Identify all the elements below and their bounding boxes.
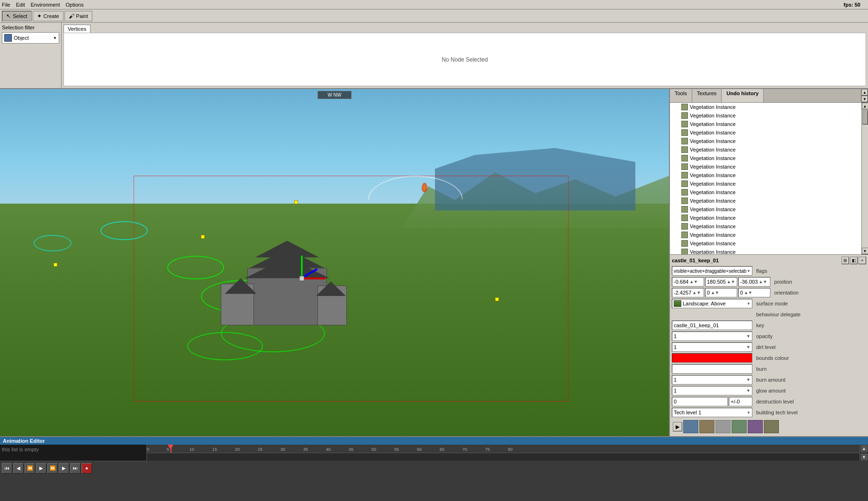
anim-editor-title: Animation Editor — [3, 438, 45, 444]
props-icon-1[interactable] — [683, 420, 698, 433]
glow-amount-input[interactable]: 1 ▼ — [672, 386, 752, 395]
props-icon-2[interactable] — [699, 420, 714, 433]
list-item[interactable]: Vegetation Instance — [670, 188, 861, 197]
vegetation-icon — [681, 172, 688, 179]
orient-x-input[interactable]: -2.4257 ▲▼ — [672, 288, 704, 297]
selection-filter-dropdown[interactable]: Object ▼ — [2, 32, 59, 44]
dirt-level-input[interactable]: 1 ▼ — [672, 342, 752, 352]
anim-record[interactable]: ● — [81, 463, 92, 474]
list-item[interactable]: Vegetation Instance — [670, 214, 861, 222]
anim-fast-forward[interactable]: ⏩ — [47, 463, 58, 474]
tree-scroll-down[interactable]: ▼ — [861, 96, 868, 102]
list-item[interactable]: Vegetation Instance — [670, 231, 861, 239]
tick-60: 60 — [417, 447, 422, 452]
destruction-level-input[interactable]: 0 — [672, 397, 728, 406]
tree-item-label: Vegetation Instance — [690, 113, 736, 118]
surface-mode-dropdown[interactable]: Landscape: Above ▼ — [672, 299, 752, 308]
tab-undo-history[interactable]: Undo history — [722, 89, 764, 102]
props-btn-3[interactable]: × — [859, 257, 866, 264]
list-item[interactable]: Vegetation Instance — [670, 205, 861, 214]
glow-amount-arrow: ▼ — [746, 388, 750, 393]
timeline-scroll-down[interactable]: ▼ — [861, 454, 868, 460]
list-item[interactable]: Vegetation Instance — [670, 137, 861, 145]
glow-amount-row: 1 ▼ glow amount — [672, 386, 866, 395]
menu-edit[interactable]: Edit — [16, 2, 25, 8]
create-button[interactable]: ✦ Create — [33, 11, 63, 21]
nav-widget[interactable]: W NW — [318, 91, 352, 99]
list-item[interactable]: Vegetation Instance — [670, 171, 861, 179]
pos-x-arrow: ▲▼ — [689, 279, 698, 284]
anim-play[interactable]: ▶ — [36, 463, 46, 474]
list-item[interactable]: Vegetation Instance — [670, 120, 861, 128]
building-tech-level-dropdown[interactable]: Tech level 1 ▼ — [672, 408, 752, 417]
props-icon-4[interactable] — [732, 420, 747, 433]
props-icon-5[interactable] — [748, 420, 763, 433]
tab-tools[interactable]: Tools — [670, 89, 692, 102]
key-input[interactable] — [672, 321, 752, 330]
no-node-label: No Node Selected — [442, 56, 488, 63]
timeline-scroll-up[interactable]: ▲ — [861, 445, 868, 452]
properties-panel: castle_01_keep_01 ⊞ ◧ × visible+active+d… — [670, 254, 868, 436]
list-item[interactable]: Vegetation Instance — [670, 128, 861, 137]
right-panel-tabs: Tools Textures Undo history ▲ ▼ — [670, 89, 868, 103]
vertices-tab[interactable]: Vertices — [63, 25, 90, 33]
anim-skip-start[interactable]: ⏮ — [2, 463, 12, 474]
vegetation-icon — [681, 215, 688, 221]
top-panel: Selection filter Object ▼ Vertices No No… — [0, 23, 868, 89]
list-item[interactable]: Vegetation Instance — [670, 239, 861, 248]
anim-empty-label: this list is empty — [2, 447, 39, 452]
burn-amount-input[interactable]: 1 ▼ — [672, 375, 752, 385]
key-label: key — [756, 322, 764, 328]
anim-timeline[interactable]: 0 5 10 15 20 25 30 35 40 45 50 55 60 65 … — [147, 445, 859, 461]
tree-item-label: Vegetation Instance — [690, 198, 736, 204]
tree-item-label: Vegetation Instance — [690, 155, 736, 161]
pos-x-input[interactable]: -0.684 ▲▼ — [672, 277, 704, 286]
viewport[interactable]: W NW — [0, 89, 669, 436]
menu-options[interactable]: Options — [65, 2, 83, 8]
list-item[interactable]: Vegetation Instance — [670, 179, 861, 188]
pos-z-input[interactable]: -36.003 ▲▼ — [738, 277, 770, 286]
orient-z-input[interactable]: 0 ▲▼ — [738, 288, 770, 297]
props-btn-1[interactable]: ⊞ — [841, 257, 849, 264]
paint-button[interactable]: 🖌 Paint — [64, 11, 92, 21]
right-panel: Tools Textures Undo history ▲ ▼ Vegetati… — [669, 89, 868, 436]
props-play-btn[interactable]: ▶ — [673, 422, 682, 431]
list-item[interactable]: Vegetation Instance — [670, 111, 861, 120]
destruction-level-group: 0 +/-0 — [672, 397, 752, 406]
building-tech-arrow: ▼ — [747, 411, 750, 415]
burn-swatch[interactable] — [672, 364, 752, 374]
tab-textures[interactable]: Textures — [692, 89, 722, 102]
flags-dropdown[interactable]: visible+active+draggable+selectable- ▼ — [672, 266, 752, 276]
pos-y-input[interactable]: 180.505 ▲▼ — [705, 277, 737, 286]
list-item[interactable]: Vegetation Instance — [670, 162, 861, 171]
bounds-colour-swatch[interactable] — [672, 353, 752, 363]
props-icon-3[interactable] — [715, 420, 731, 433]
props-icon-6[interactable] — [764, 420, 779, 433]
tree-scroll-thumb[interactable] — [862, 110, 868, 125]
list-item[interactable]: Vegetation Instance — [670, 103, 861, 111]
anim-skip-end[interactable]: ⏭ — [70, 463, 81, 474]
anim-rewind[interactable]: ⏪ — [25, 463, 35, 474]
list-item[interactable]: Vegetation Instance — [670, 197, 861, 205]
tree-item-label: Vegetation Instance — [690, 172, 736, 178]
landscape-icon — [674, 300, 681, 307]
opacity-input[interactable]: 1 ▼ — [672, 331, 752, 341]
properties-header: castle_01_keep_01 ⊞ ◧ × — [672, 257, 866, 264]
vegetation-icon — [681, 240, 688, 247]
menu-environment[interactable]: Environment — [31, 2, 60, 8]
list-item[interactable]: Vegetation Instance — [670, 154, 861, 162]
anim-next-frame[interactable]: ▶ — [59, 463, 69, 474]
tree-scroll-up[interactable]: ▲ — [861, 89, 868, 96]
burn-label: burn — [756, 366, 767, 372]
props-btn-2[interactable]: ◧ — [850, 257, 858, 264]
dirt-level-row: 1 ▼ dirt level — [672, 342, 866, 352]
tree-scroll-up-btn[interactable]: ▲ — [862, 103, 868, 109]
list-item[interactable]: Vegetation Instance — [670, 248, 861, 254]
list-item[interactable]: Vegetation Instance — [670, 145, 861, 154]
anim-prev-frame[interactable]: ◀ — [13, 463, 24, 474]
select-button[interactable]: ↖ Select — [2, 11, 32, 21]
tree-scroll-down-btn[interactable]: ▼ — [862, 248, 868, 254]
menu-file[interactable]: File — [2, 2, 10, 8]
list-item[interactable]: Vegetation Instance — [670, 222, 861, 231]
orient-y-input[interactable]: 0 ▲▼ — [705, 288, 737, 297]
